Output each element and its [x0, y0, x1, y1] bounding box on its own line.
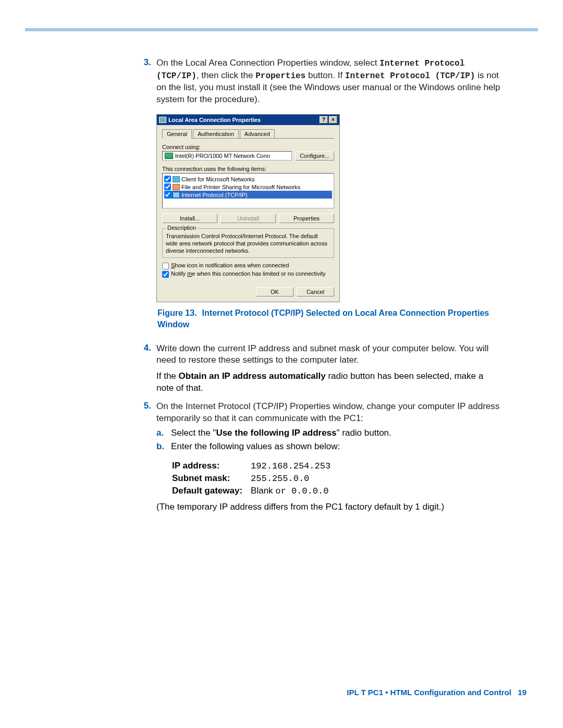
- step3-mono3: Internet Protocol (TCP/IP): [345, 71, 475, 81]
- show-icon-row[interactable]: Show icon in notification area when conn…: [162, 262, 334, 269]
- substep-a-body: Select the "Use the following IP address…: [171, 428, 391, 438]
- description-text: Transmission Control Protocol/Internet P…: [166, 233, 331, 254]
- step3-text-b: , then click the: [197, 70, 255, 80]
- substep-b: b. Enter the following values as shown b…: [156, 441, 500, 452]
- step-4-number: 4.: [136, 343, 156, 367]
- client-icon: [173, 176, 180, 182]
- gw-value-a: Blank: [251, 486, 275, 496]
- step-3: 3. On the Local Area Connection Properti…: [136, 57, 500, 106]
- page-content: 3. On the Local Area Connection Properti…: [136, 57, 500, 512]
- dialog-title-text: Local Area Connection Properties: [168, 117, 261, 123]
- list-item-selected[interactable]: Internet Protocol (TCP/IP): [164, 191, 332, 199]
- step3-mono2: Properties: [255, 71, 305, 81]
- description-groupbox: Description Transmission Control Protoco…: [162, 228, 334, 258]
- sa-mono: Use the following IP address: [216, 428, 336, 438]
- page-top-stripe: [25, 28, 538, 31]
- description-legend: Description: [166, 225, 198, 231]
- step-3-number: 3.: [136, 57, 156, 106]
- item-checkbox[interactable]: [164, 183, 171, 190]
- properties-button[interactable]: Properties: [279, 214, 334, 223]
- ip-value: 192.168.254.253: [251, 460, 338, 472]
- dialog-body: General Authentication Advanced Connect …: [157, 125, 339, 302]
- network-icon: [159, 117, 166, 123]
- tab-general[interactable]: General: [162, 129, 192, 139]
- step-5-number: 5.: [136, 401, 156, 425]
- table-row: IP address: 192.168.254.253: [172, 460, 338, 472]
- adapter-field: Intel(R) PRO/1000 MT Network Conn: [162, 151, 292, 161]
- notify-checkbox[interactable]: [162, 271, 169, 278]
- items-label: This connection uses the following items…: [162, 166, 334, 172]
- footer-text: IPL T PC1 • HTML Configuration and Contr…: [347, 688, 511, 697]
- gw-value-mono: or 0.0.0.0: [275, 486, 328, 496]
- dialog-tabs: General Authentication Advanced: [162, 129, 334, 139]
- item-checkbox[interactable]: [164, 191, 171, 198]
- substep-b-body: Enter the following values as shown belo…: [171, 441, 340, 452]
- list-item[interactable]: Client for Microsoft Networks: [164, 175, 332, 183]
- step-5-body: On the Internet Protocol (TCP/IP) Proper…: [156, 401, 500, 425]
- item-label: Client for Microsoft Networks: [181, 176, 255, 182]
- nic-icon: [165, 153, 173, 159]
- tcpip-icon: [173, 192, 180, 198]
- item-label: File and Printer Sharing for Microsoft N…: [181, 184, 300, 190]
- substep-a-num: a.: [156, 428, 171, 438]
- show-icon-checkbox[interactable]: [162, 263, 169, 269]
- step5-note: (The temporary IP address differs from t…: [156, 502, 500, 512]
- gw-label: Default gateway:: [172, 485, 250, 497]
- adapter-text: Intel(R) PRO/1000 MT Network Conn: [175, 153, 270, 159]
- install-button[interactable]: Install...: [162, 214, 217, 223]
- step4-p2-a: If the: [156, 371, 179, 381]
- lan-properties-dialog: Local Area Connection Properties ? × Gen…: [156, 114, 340, 302]
- configure-button[interactable]: Configure...: [295, 151, 334, 161]
- step4-p2-mono: Obtain an IP address automatically: [179, 371, 326, 381]
- step-4-para2: If the Obtain an IP address automaticall…: [156, 371, 500, 394]
- sa-text-b: " radio button.: [337, 428, 391, 438]
- help-button[interactable]: ?: [320, 116, 328, 124]
- item-checkbox[interactable]: [164, 176, 171, 182]
- dialog-titlebar: Local Area Connection Properties ? ×: [157, 115, 339, 125]
- footer-page: 19: [518, 688, 527, 697]
- step3-text-c: button. If: [305, 70, 345, 80]
- items-listbox[interactable]: Client for Microsoft Networks File and P…: [162, 173, 334, 208]
- tab-authentication[interactable]: Authentication: [193, 129, 239, 138]
- item-label: Internet Protocol (TCP/IP): [181, 192, 248, 198]
- gw-value: Blank or 0.0.0.0: [251, 485, 338, 497]
- close-button[interactable]: ×: [329, 116, 337, 124]
- table-row: Default gateway: Blank or 0.0.0.0: [172, 485, 338, 497]
- page-footer: IPL T PC1 • HTML Configuration and Contr…: [347, 688, 527, 697]
- substep-a: a. Select the "Use the following IP addr…: [156, 428, 500, 438]
- mask-label: Subnet mask:: [172, 473, 250, 484]
- step-5: 5. On the Internet Protocol (TCP/IP) Pro…: [136, 401, 500, 425]
- notify-label: Notify me when this connection has limit…: [171, 270, 326, 277]
- figure-label: Figure 13.: [157, 309, 202, 317]
- tab-advanced[interactable]: Advanced: [240, 129, 275, 138]
- list-item[interactable]: File and Printer Sharing for Microsoft N…: [164, 183, 332, 191]
- table-row: Subnet mask: 255.255.0.0: [172, 473, 338, 484]
- figure-text: Internet Protocol (TCP/IP) Selected on L…: [157, 309, 489, 329]
- substep-b-num: b.: [156, 441, 171, 452]
- step-3-body: On the Local Area Connection Properties …: [156, 57, 500, 106]
- printer-share-icon: [173, 184, 180, 190]
- step-4-body: Write down the current IP address and su…: [156, 343, 500, 367]
- notify-row[interactable]: Notify me when this connection has limit…: [162, 270, 334, 278]
- sa-text-a: Select the ": [171, 428, 216, 438]
- ip-settings-table: IP address: 192.168.254.253 Subnet mask:…: [171, 459, 339, 498]
- mask-value: 255.255.0.0: [251, 473, 338, 484]
- uninstall-button: Uninstall: [221, 214, 276, 223]
- step-4: 4. Write down the current IP address and…: [136, 343, 500, 367]
- step3-text-a: On the Local Area Connection Properties …: [156, 58, 380, 68]
- ok-button[interactable]: OK: [256, 287, 293, 297]
- figure-13-caption: Figure 13.Internet Protocol (TCP/IP) Sel…: [137, 307, 500, 330]
- ip-label: IP address:: [172, 460, 250, 472]
- cancel-button[interactable]: Cancel: [297, 287, 334, 297]
- connect-using-label: Connect using:: [162, 144, 334, 150]
- show-icon-label: Show icon in notification area when conn…: [171, 262, 289, 268]
